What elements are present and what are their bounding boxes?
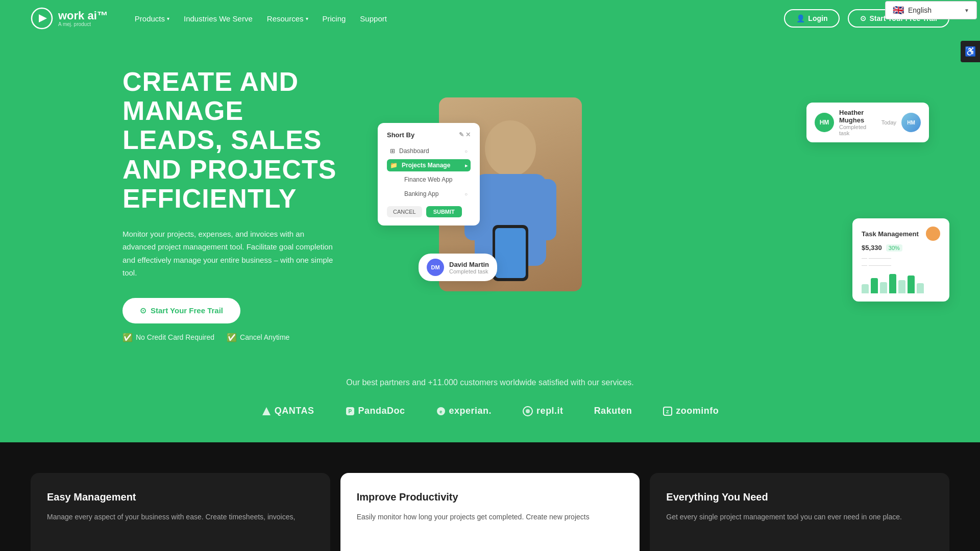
- heather-status: Completed task: [839, 124, 876, 136]
- folder-icon: 📁: [390, 162, 398, 169]
- task-bar-7: [917, 283, 924, 293]
- david-name: David Martin: [449, 261, 489, 268]
- user-icon: 👤: [796, 14, 805, 22]
- svg-text:e: e: [439, 409, 443, 414]
- nav-item-pricing[interactable]: Pricing: [323, 14, 346, 23]
- sort-by-title: Short By ✎ ✕: [387, 131, 471, 139]
- task-bar-1: [862, 284, 869, 293]
- task-bar-3: [880, 282, 887, 293]
- sort-subitem-banking[interactable]: Banking App ○: [401, 188, 471, 200]
- david-avatar: DM: [427, 259, 444, 276]
- edit-icon[interactable]: ✎ ✕: [459, 131, 471, 139]
- svg-marker-8: [262, 407, 271, 415]
- sort-arrow: ▸: [465, 163, 468, 168]
- checkmark-icon: ✅: [122, 333, 133, 342]
- feature-title-easy: Easy Management: [47, 491, 314, 503]
- heather-avatar: HM: [815, 113, 834, 132]
- task-line1: — ————: [862, 255, 940, 261]
- checkmark-icon: ✅: [227, 333, 237, 342]
- partners-logos: QANTAS P PandaDoc e experian. repl.it Ra…: [31, 406, 949, 417]
- task-title: Task Management: [862, 227, 940, 241]
- star-icon: ⊙: [860, 14, 866, 22]
- nav-item-products[interactable]: Products ▾: [135, 14, 169, 23]
- heather-photo: HM: [901, 113, 921, 132]
- nav-item-resources[interactable]: Resources ▾: [267, 14, 308, 23]
- task-bar-5: [898, 280, 905, 293]
- partner-rakuten: Rakuten: [594, 406, 632, 416]
- hero-trial-button[interactable]: ⊙ Start Your Free Trail: [122, 298, 240, 323]
- chevron-down-icon: ▾: [167, 16, 169, 21]
- task-bar-6: [908, 276, 915, 293]
- feature-desc-easy: Manage every aspect of your business wit…: [47, 511, 314, 522]
- sort-count: ○: [464, 191, 468, 197]
- badge-cancel-anytime: ✅ Cancel Anytime: [227, 333, 289, 342]
- sort-by-card: Short By ✎ ✕ ⊞ Dashboard ○ 📁 Projects Ma…: [378, 123, 480, 226]
- task-avatar: [926, 227, 940, 241]
- logo[interactable]: work ai™ A mej. product: [31, 7, 108, 30]
- svg-rect-7: [495, 228, 526, 278]
- hero-badges: ✅ No Credit Card Required ✅ Cancel Anyti…: [122, 333, 337, 342]
- logo-text: work ai™: [58, 9, 108, 22]
- sort-by-buttons: CANCEL SUBMIT: [387, 206, 471, 217]
- hero-section: CREATE AND MANAGE LEADS, SALES AND PROJE…: [0, 37, 980, 363]
- task-line2: — ————: [862, 262, 940, 268]
- task-percent: 30%: [886, 244, 902, 252]
- grid-icon: ⊞: [390, 147, 395, 155]
- david-card: DM David Martin Completed task: [419, 254, 497, 281]
- david-status: Completed task: [449, 268, 489, 274]
- hero-visual: Short By ✎ ✕ ⊞ Dashboard ○ 📁 Projects Ma…: [378, 97, 949, 312]
- logo-sub: A mej. product: [58, 21, 108, 27]
- hero-content: CREATE AND MANAGE LEADS, SALES AND PROJE…: [122, 67, 337, 342]
- experian-icon: e: [436, 406, 446, 416]
- nav-links: Products ▾ Industries We Serve Resources…: [135, 14, 768, 23]
- heather-info: Heather Mughes Completed task: [839, 109, 876, 136]
- svg-point-2: [485, 120, 536, 177]
- partner-experian: e experian.: [436, 406, 492, 416]
- task-amount: $5,330: [862, 244, 882, 252]
- feature-title-productivity: Improve Productivity: [357, 491, 624, 503]
- task-bar-4: [889, 274, 896, 293]
- accessibility-button[interactable]: ♿: [961, 41, 980, 62]
- sort-item-projects[interactable]: 📁 Projects Manage ▸: [387, 159, 471, 171]
- navbar: work ai™ A mej. product Products ▾ Indus…: [0, 0, 980, 37]
- feature-desc-everything: Get every single project management tool…: [666, 511, 933, 522]
- hero-title: CREATE AND MANAGE LEADS, SALES AND PROJE…: [122, 67, 337, 213]
- qantas-icon: [261, 406, 272, 416]
- pandadoc-icon: P: [345, 406, 355, 416]
- sort-subitem-finance[interactable]: Finance Web App: [401, 173, 471, 186]
- svg-rect-5: [538, 179, 556, 240]
- login-button[interactable]: 👤 Login: [784, 9, 840, 28]
- partners-title: Our best partners and +11.000 customers …: [31, 378, 949, 387]
- sort-cancel-button[interactable]: CANCEL: [387, 206, 422, 217]
- david-info: David Martin Completed task: [449, 261, 489, 274]
- svg-text:Z: Z: [666, 409, 669, 414]
- feature-title-everything: Everything You Need: [666, 491, 933, 503]
- feature-improve-productivity: Improve Productivity Easily monitor how …: [340, 473, 640, 551]
- svg-marker-1: [39, 14, 47, 22]
- svg-point-14: [526, 409, 530, 413]
- partner-replit: repl.it: [522, 406, 564, 417]
- partners-section: Our best partners and +11.000 customers …: [0, 363, 980, 442]
- chevron-down-icon: ▼: [964, 8, 969, 13]
- task-bar-2: [871, 278, 878, 293]
- nav-item-industries[interactable]: Industries We Serve: [184, 14, 253, 23]
- partner-pandadoc: P PandaDoc: [345, 406, 405, 416]
- chevron-down-icon: ▾: [306, 16, 308, 21]
- svg-text:P: P: [348, 409, 352, 414]
- logo-icon: [31, 7, 53, 30]
- task-management-card: Task Management $5,330 30% — ———— — ————: [852, 218, 949, 302]
- feature-everything-you-need: Everything You Need Get every single pro…: [650, 473, 949, 551]
- partner-qantas: QANTAS: [261, 406, 314, 416]
- heather-name: Heather Mughes: [839, 109, 876, 124]
- sort-submit-button[interactable]: SUBMIT: [426, 206, 462, 217]
- circle-icon: ⊙: [140, 306, 146, 315]
- flag-icon: 🇬🇧: [893, 5, 904, 16]
- replit-icon: [522, 406, 533, 417]
- nav-item-support[interactable]: Support: [360, 14, 387, 23]
- zoominfo-icon: Z: [663, 406, 673, 416]
- heather-card: HM Heather Mughes Completed task Today H…: [806, 103, 929, 142]
- partner-zoominfo: Z zoominfo: [663, 406, 719, 416]
- language-label: English: [908, 6, 932, 14]
- sort-item-dashboard[interactable]: ⊞ Dashboard ○: [387, 145, 471, 157]
- language-selector[interactable]: 🇬🇧 English ▼: [885, 1, 977, 19]
